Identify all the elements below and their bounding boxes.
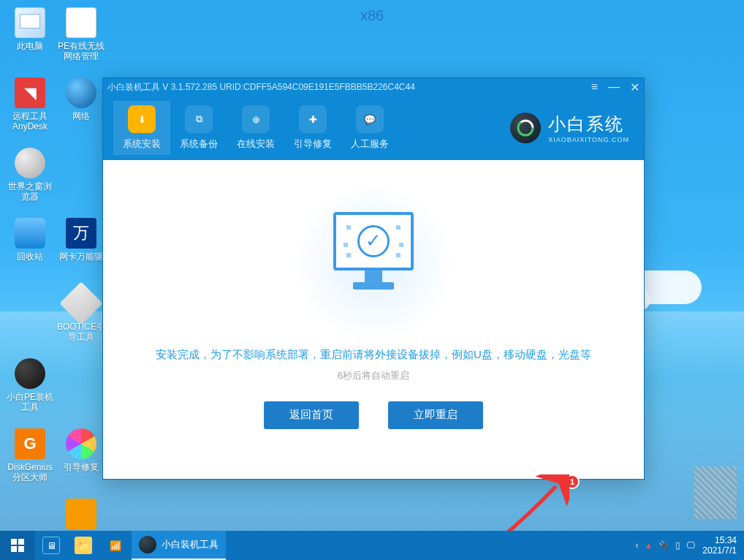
tray-shield-icon[interactable]: ▲ bbox=[644, 540, 653, 550]
arch-label: x86 bbox=[360, 7, 384, 24]
folder-icon: 📁 bbox=[75, 537, 92, 554]
every-icon bbox=[66, 499, 96, 529]
task-computer[interactable]: 🖥 bbox=[35, 531, 67, 560]
desktop-icon[interactable]: 引导修复 bbox=[56, 424, 107, 494]
pc-icon bbox=[15, 7, 45, 38]
svg-rect-3 bbox=[18, 539, 24, 545]
desktop-icon[interactable]: 回收站 bbox=[4, 213, 56, 284]
task-label: 小白装机工具 bbox=[162, 538, 219, 551]
flower-icon bbox=[66, 428, 96, 459]
tab-icon: ⊕ bbox=[242, 105, 270, 133]
clock[interactable]: 15:34 2021/7/1 bbox=[702, 535, 737, 556]
svg-rect-4 bbox=[11, 546, 17, 552]
system-tray: ‹ ▲ 🔌 ▯ 🖵 bbox=[635, 540, 695, 550]
desktop-icon-label: DiskGenius分区大师 bbox=[5, 462, 55, 483]
desktop-icon-label: PE有线无线网络管理 bbox=[56, 41, 106, 61]
installer-window: 小白装机工具 V 3.1.572.285 URID:CDFF5A594C09E1… bbox=[102, 77, 645, 480]
installer-icon bbox=[139, 536, 156, 553]
desktop-icon-label: 世界之窗浏览器 bbox=[5, 181, 55, 202]
task-folder[interactable]: 📁 bbox=[67, 531, 99, 560]
dg-icon: G bbox=[15, 428, 45, 459]
minimize-icon[interactable]: — bbox=[608, 80, 620, 94]
tab-icon: 💬 bbox=[356, 105, 384, 133]
wifi-icon: 📶 bbox=[107, 537, 124, 554]
net-icon bbox=[66, 7, 96, 38]
desktop-icon[interactable]: 小白PE装机工具 bbox=[4, 354, 56, 424]
wan-icon: 万 bbox=[66, 218, 96, 249]
desktop-icon-label: 网卡万能驱 bbox=[59, 251, 103, 262]
tab-icon: ⧉ bbox=[185, 105, 213, 133]
desktop-icon-label: 网络 bbox=[72, 111, 90, 121]
svg-rect-5 bbox=[18, 546, 24, 552]
desktop-icon[interactable]: BOOTICE引导工具 bbox=[56, 284, 107, 354]
browser-icon bbox=[15, 148, 45, 178]
task-installer[interactable]: 小白装机工具 bbox=[132, 531, 226, 560]
tab-label: 在线安装 bbox=[237, 137, 275, 151]
taskbar: 🖥 📁 📶 小白装机工具 ‹ ▲ 🔌 ▯ 🖵 15:34 2021/7/1 bbox=[0, 531, 744, 560]
tab-2[interactable]: ⊕在线安装 bbox=[227, 101, 284, 155]
tab-label: 人工服务 bbox=[351, 137, 389, 151]
desktop-icon-label: 引导修复 bbox=[64, 462, 99, 472]
desktop-icon[interactable]: PE有线无线网络管理 bbox=[56, 3, 107, 73]
desktop-icon-label: 小白PE装机工具 bbox=[5, 392, 55, 412]
tray-display-icon[interactable]: 🖵 bbox=[686, 540, 695, 550]
success-message: 安装完成，为了不影响系统部署，重启前请将外接设备拔掉，例如U盘，移动硬盘，光盘等 bbox=[156, 348, 591, 362]
restart-now-button[interactable]: 立即重启 bbox=[388, 401, 483, 429]
desktop-icon-label: 远程工具AnyDesk bbox=[5, 111, 55, 132]
desktop-icon[interactable]: 网络 bbox=[56, 73, 107, 143]
globe-icon bbox=[66, 77, 96, 108]
tab-icon: ✚ bbox=[299, 105, 327, 133]
desktop-icon[interactable]: 世界之窗浏览器 bbox=[4, 143, 56, 213]
tray-battery-icon[interactable]: ▯ bbox=[675, 540, 680, 550]
annotation-badge: 1 bbox=[565, 474, 580, 489]
window-header: ⬇系统安装⧉系统备份⊕在线安装✚引导修复💬人工服务 小白系统 XIAOBAIXI… bbox=[103, 96, 644, 160]
any-icon: ◥ bbox=[15, 77, 45, 108]
bin-icon bbox=[15, 218, 45, 249]
start-button[interactable] bbox=[0, 531, 35, 560]
tab-icon: ⬇ bbox=[128, 105, 156, 133]
svg-rect-2 bbox=[11, 539, 17, 545]
tab-4[interactable]: 💬人工服务 bbox=[341, 101, 398, 155]
desktop-icon-label: 回收站 bbox=[17, 251, 43, 262]
tab-label: 系统备份 bbox=[180, 137, 218, 151]
header-tabs: ⬇系统安装⧉系统备份⊕在线安装✚引导修复💬人工服务 bbox=[113, 101, 398, 155]
boot-icon bbox=[59, 281, 102, 325]
desktop-icon-label: 此电脑 bbox=[17, 41, 43, 51]
titlebar: 小白装机工具 V 3.1.572.285 URID:CDFF5A594C09E1… bbox=[103, 78, 644, 96]
close-icon[interactable]: ✕ bbox=[630, 80, 639, 94]
desktop-icon-label: BOOTICE引导工具 bbox=[56, 322, 106, 342]
back-home-button[interactable]: 返回首页 bbox=[264, 401, 359, 429]
desktop-icon[interactable]: GDiskGenius分区大师 bbox=[4, 424, 56, 494]
countdown-message: 6秒后将自动重启 bbox=[338, 369, 409, 382]
pe-icon bbox=[15, 358, 45, 389]
desktop-icon[interactable]: ◥远程工具AnyDesk bbox=[4, 73, 56, 143]
window-title: 小白装机工具 V 3.1.572.285 URID:CDFF5A594C09E1… bbox=[107, 81, 415, 94]
desktop-icon[interactable]: 万网卡万能驱 bbox=[56, 213, 107, 284]
task-network[interactable]: 📶 bbox=[99, 531, 132, 560]
window-body: ✓ 安装完成，为了不影响系统部署，重启前请将外接设备拔掉，例如U盘，移动硬盘，光… bbox=[103, 160, 644, 480]
brand-url: XIAOBAIXITONG.COM bbox=[548, 136, 629, 143]
tray-chevron-icon[interactable]: ‹ bbox=[635, 540, 638, 550]
time-text: 15:34 bbox=[702, 535, 737, 545]
tab-label: 引导修复 bbox=[294, 137, 332, 151]
tab-3[interactable]: ✚引导修复 bbox=[284, 101, 341, 155]
desktop-icon[interactable]: 此电脑 bbox=[4, 3, 56, 73]
date-text: 2021/7/1 bbox=[702, 545, 737, 556]
tray-device-icon[interactable]: 🔌 bbox=[658, 540, 669, 550]
success-illustration: ✓ bbox=[319, 212, 428, 314]
tab-0[interactable]: ⬇系统安装 bbox=[113, 101, 170, 155]
brand-logo-icon bbox=[510, 113, 541, 143]
computer-icon: 🖥 bbox=[42, 537, 60, 554]
brand: 小白系统 XIAOBAIXITONG.COM bbox=[510, 113, 629, 143]
watermark bbox=[694, 466, 737, 519]
brand-name: 小白系统 bbox=[548, 113, 629, 136]
tab-1[interactable]: ⧉系统备份 bbox=[170, 101, 227, 155]
desktop-icons: 此电脑PE有线无线网络管理◥远程工具AnyDesk网络世界之窗浏览器回收站万网卡… bbox=[4, 3, 114, 560]
menu-icon[interactable]: ≡ bbox=[591, 80, 598, 94]
tab-label: 系统安装 bbox=[123, 137, 161, 151]
